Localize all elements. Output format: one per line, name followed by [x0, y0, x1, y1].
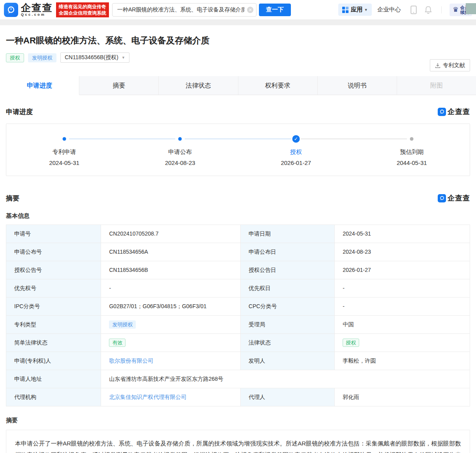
timeline-step-date: 2044-05-31: [354, 159, 470, 166]
brand-name: 企查查: [21, 3, 53, 13]
tab-说明书[interactable]: 说明书: [318, 76, 397, 95]
brand-slogan: 缔造有远见的商业传奇 全国企业信用查询系统: [56, 2, 109, 17]
tab-摘要[interactable]: 摘要: [79, 76, 159, 95]
cell: 李毅松，许圆: [334, 352, 470, 370]
patent-tags: 授权 发明授权 CN118534656B(授权) ▼: [6, 52, 470, 63]
timeline-step: 申请公布2024-08-23: [122, 135, 238, 166]
download-icon: [435, 63, 440, 68]
cell-label: 申请号: [6, 225, 101, 243]
cell: 2026-01-27: [334, 261, 470, 279]
timeline-dot: [62, 137, 66, 141]
cell: 发明授权: [101, 316, 240, 333]
table-row: 代理机构北京集佳知识产权代理有限公司代理人郭化雨: [6, 388, 470, 406]
table-row: 申请人地址山东省潍坊市高新技术产业开发区东方路268号: [6, 370, 470, 388]
search-button[interactable]: 查一下: [259, 4, 291, 16]
chevron-down-icon: ▼: [122, 56, 125, 60]
status-badge: 授权: [6, 53, 24, 62]
cell-label: 授权公告号: [6, 261, 101, 279]
timeline-dot: [178, 137, 182, 141]
cell: CN202410705208.7: [101, 225, 240, 243]
table-row: 专利类型发明授权受理局中国: [6, 316, 470, 334]
timeline-step-label: 授权: [238, 148, 354, 156]
patent-number-value: CN118534656B(授权): [65, 54, 118, 61]
timeline-step-label: 预估到期: [354, 148, 470, 156]
cell-label: 授权公告日: [240, 261, 334, 279]
cell: 北京集佳知识产权代理有限公司: [101, 388, 240, 406]
cell-value: 中国: [343, 321, 354, 328]
floating-side-widget[interactable]: [466, 3, 476, 14]
cell-value: CN202410705208.7: [109, 230, 158, 237]
cell: CN118534656B: [101, 261, 240, 279]
cell-label: 代理机构: [6, 388, 101, 406]
type-tag: 发明授权: [109, 320, 136, 329]
cell-value: 2024-05-31: [343, 230, 371, 237]
table-row: 申请(专利权)人歌尔股份有限公司发明人李毅松，许圆: [6, 352, 470, 370]
cell: CN118534656A: [101, 243, 240, 261]
slogan-line2: 全国企业信用查询系统: [59, 10, 106, 16]
cell-label: 申请公布日: [240, 243, 334, 261]
check-circle-icon: ✓: [292, 135, 300, 143]
abstract-title: 摘要: [6, 417, 470, 424]
status-tag: 有效: [109, 339, 126, 347]
timeline-step: 预估到期2044-05-31: [354, 135, 470, 166]
cell-value: -: [343, 303, 345, 309]
qcc-watermark-text: 企查查: [448, 193, 470, 203]
qcc-logo[interactable]: 企查查 Qcc.com: [4, 3, 53, 17]
company-link[interactable]: 北京集佳知识产权代理有限公司: [109, 394, 186, 400]
cell-value: G02B27/01；G06F3/04815；G06F3/01: [109, 303, 206, 309]
patent-number-select[interactable]: CN118534656B(授权) ▼: [60, 52, 129, 63]
cell: 2024-05-31: [334, 225, 470, 243]
table-row: 简单法律状态有效法律状态授权: [6, 334, 470, 352]
patent-literature-label: 专利文献: [443, 62, 465, 69]
tab-申请进度[interactable]: 申请进度: [0, 76, 79, 95]
tab-法律状态[interactable]: 法律状态: [159, 76, 238, 95]
table-row: 申请号CN202410705208.7申请日期2024-05-31: [6, 225, 470, 243]
status-tag: 授权: [343, 339, 359, 347]
cell-value: 山东省潍坊市高新技术产业开发区东方路268号: [109, 376, 223, 382]
slogan-line1: 缔造有远见的商业传奇: [59, 4, 106, 10]
search-input[interactable]: [112, 3, 257, 17]
cell-label: 专利类型: [6, 316, 101, 333]
cell: 山东省潍坊市高新技术产业开发区东方路268号: [101, 370, 470, 388]
brand-domain: Qcc.com: [21, 13, 53, 17]
cell-label: 申请人地址: [6, 370, 101, 388]
cell-value: 2026-01-27: [343, 267, 371, 273]
top-header: 企查查 Qcc.com 缔造有远见的商业传奇 全国企业信用查询系统 ✕ 查一下 …: [0, 0, 476, 20]
brand-text: 企查查 Qcc.com: [21, 3, 53, 17]
enterprise-center-link[interactable]: 企业中心: [377, 6, 401, 13]
timeline-dot: [410, 137, 414, 141]
chevron-down-icon: ▼: [364, 8, 368, 12]
mobile-app-icon[interactable]: [410, 6, 417, 14]
cell: 2024-08-23: [334, 243, 470, 261]
summary-section-title: 摘要: [6, 194, 19, 203]
page-title: 一种AR眼镜的校准方法、系统、电子设备及存储介质: [6, 25, 470, 47]
cell: -: [334, 298, 470, 315]
tab-附图[interactable]: 附图: [397, 76, 476, 95]
cell-label: 代理人: [240, 388, 334, 406]
cell-label: 发明人: [240, 352, 334, 370]
table-row: 申请公布号CN118534656A申请公布日2024-08-23: [6, 243, 470, 261]
table-row: 优先权号-优先权日-: [6, 279, 470, 298]
basic-info-title: 基本信息: [6, 212, 470, 220]
cell-value: CN118534656A: [109, 249, 148, 255]
clear-search-icon[interactable]: ✕: [247, 7, 253, 13]
table-row: IPC分类号G02B27/01；G06F3/04815；G06F3/01CPC分…: [6, 298, 470, 316]
notification-bell-icon[interactable]: [425, 6, 432, 14]
cell-label: 优先权号: [6, 279, 101, 297]
qcc-watermark: 企查查: [438, 107, 470, 116]
apps-menu[interactable]: 应用 ▼: [338, 4, 372, 16]
cell: 有效: [101, 334, 240, 352]
progress-section-title: 申请进度: [6, 107, 33, 116]
company-link[interactable]: 歌尔股份有限公司: [109, 358, 153, 364]
cell-label: 法律状态: [240, 334, 334, 352]
patent-literature-button[interactable]: 专利文献: [430, 59, 470, 71]
basic-info-table: 申请号CN202410705208.7申请日期2024-05-31申请公布号CN…: [6, 225, 470, 406]
abstract-text: 本申请公开了一种AR眼镜的校准方法、系统、电子设备及存储介质，所属的技术领域为增…: [6, 430, 470, 453]
qcc-watermark-text: 企查查: [448, 107, 470, 116]
cell-label: CPC分类号: [240, 298, 334, 315]
cell-label: 申请公布号: [6, 243, 101, 261]
cell-value: CN118534656B: [109, 267, 148, 273]
tab-权利要求[interactable]: 权利要求: [238, 76, 318, 95]
cell-value: -: [343, 285, 345, 291]
page-background-gap: [0, 20, 476, 25]
